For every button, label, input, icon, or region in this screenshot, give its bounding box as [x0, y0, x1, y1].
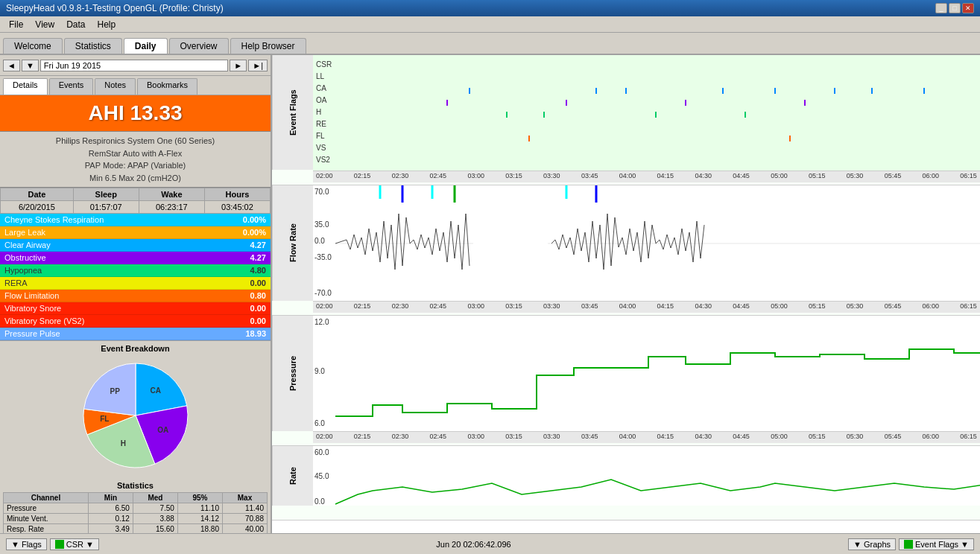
titlebar: SleepyHead v0.9.8-1-Testing OpenGL (Prof…	[0, 0, 980, 16]
event-name: Vibratory Snore	[0, 302, 162, 315]
right-panel: Event Flags CSR LL CA OA H RE FL VS VS2	[272, 55, 980, 554]
col-hours: Hours	[204, 188, 270, 201]
tab-daily[interactable]: Daily	[124, 38, 168, 54]
stats-title: Statistics	[3, 481, 268, 490]
svg-text:LL: LL	[316, 72, 325, 80]
svg-text:OA: OA	[316, 96, 327, 104]
stats-cell: 70.88	[222, 514, 267, 524]
nav-forward-button[interactable]: ►	[230, 60, 247, 71]
flags-label: ▼ Flags	[11, 540, 42, 549]
event-row: Clear Airway 4.27	[0, 239, 271, 252]
svg-text:-70.0: -70.0	[314, 289, 332, 297]
csr-label: CSR	[66, 540, 83, 549]
app-title: SleepyHead v0.9.8-1-Testing OpenGL (Prof…	[6, 3, 224, 13]
graphs-section: ▼ Graphs Event Flags ▼	[848, 538, 974, 550]
event-flags-dropdown-icon: ▼	[961, 540, 969, 549]
event-value: 4.80	[162, 264, 271, 277]
event-row: Large Leak 0.00%	[0, 226, 271, 239]
subtab-bookmarks[interactable]: Bookmarks	[137, 78, 197, 95]
event-name: Cheyne Stokes Respiration	[0, 214, 162, 226]
event-value: 0.80	[162, 290, 271, 302]
subtab-details[interactable]: Details	[3, 78, 48, 95]
svg-rect-33	[473, 240, 548, 247]
navigation-bar: ◄ ▼ ► ►|	[0, 55, 271, 76]
stats-cell: 11.10	[177, 503, 222, 514]
flags-button[interactable]: ▼ Flags	[6, 538, 47, 550]
event-name: Pressure Pulse	[0, 328, 162, 340]
svg-text:6.0: 6.0	[314, 419, 325, 427]
close-button[interactable]: ✕	[962, 3, 974, 13]
col-date: Date	[1, 188, 74, 201]
flags-section: ▼ Flags CSR ▼	[6, 538, 99, 550]
minimize-button[interactable]: _	[935, 3, 947, 13]
stats-cell: Pressure	[4, 503, 89, 514]
menu-help[interactable]: Help	[92, 18, 122, 31]
csr-button[interactable]: CSR ▼	[50, 538, 99, 550]
svg-text:VS: VS	[316, 144, 326, 152]
event-flags-button[interactable]: Event Flags ▼	[899, 538, 974, 550]
event-flags-svg: CSR LL CA OA H RE FL VS VS2	[313, 55, 980, 171]
menu-data[interactable]: Data	[60, 18, 91, 31]
svg-text:-35.0: -35.0	[314, 253, 332, 261]
flow-rate-chart: Flow Rate Duration 03:45:02 AHI 13.33 Fl…	[272, 185, 980, 316]
breakdown-section: Event Breakdown CAOAHFLPP	[0, 340, 271, 478]
svg-text:9.0: 9.0	[314, 367, 325, 375]
event-value: 4.27	[162, 252, 271, 264]
date-field[interactable]	[40, 60, 229, 71]
svg-text:CSR: CSR	[316, 60, 332, 69]
device-pressure: Min 6.5 Max 20 (cmH2O)	[3, 172, 268, 185]
event-flags-label: Event Flags	[272, 55, 313, 170]
stats-header-cell: Med	[133, 493, 177, 503]
tab-overview[interactable]: Overview	[169, 38, 229, 54]
tab-help-browser[interactable]: Help Browser	[230, 38, 306, 54]
tab-statistics[interactable]: Statistics	[64, 38, 122, 54]
device-name: Philips Respironics System One (60 Serie…	[3, 135, 268, 147]
nav-back-button[interactable]: ◄	[3, 60, 20, 71]
leak-rate-chart: Rate Leak Rate: 0.21 Total Leaks: 20.21 …	[272, 446, 980, 520]
menubar: File View Data Help	[0, 16, 980, 33]
statusbar: ▼ Flags CSR ▼ Jun 20 02:06:42.096 ▼ Grap…	[0, 533, 980, 554]
event-row: Cheyne Stokes Respiration 0.00%	[0, 214, 271, 226]
graphs-button[interactable]: ▼ Graphs	[848, 538, 896, 550]
pie-label: FL	[100, 415, 109, 423]
pie-chart: CAOAHFLPP	[54, 356, 218, 475]
event-value: 0.00%	[162, 226, 271, 239]
event-row: RERA 0.00	[0, 277, 271, 290]
subtabs: Details Events Notes Bookmarks	[0, 76, 271, 95]
stats-header-cell: Channel	[4, 493, 89, 503]
svg-text:0.0: 0.0	[314, 237, 325, 245]
col-wake: Wake	[139, 188, 204, 201]
event-flags-time-axis: 02:0002:1502:3002:45 03:0003:1503:3003:4…	[313, 171, 980, 182]
event-name: Large Leak	[0, 226, 162, 239]
maximize-button[interactable]: □	[949, 3, 961, 13]
csr-dropdown-icon: ▼	[86, 540, 94, 549]
sleep-date: 6/20/2015	[1, 201, 74, 214]
stats-cell: 3.88	[133, 514, 177, 524]
event-value: 0.00	[162, 277, 271, 290]
tab-welcome[interactable]: Welcome	[3, 38, 63, 54]
nav-dropdown-button[interactable]: ▼	[22, 60, 39, 71]
sleep-start: 01:57:07	[73, 201, 139, 214]
stats-cell: 0.12	[88, 514, 133, 524]
stats-header-cell: 95%	[177, 493, 222, 503]
ahi-section: AHI 13.33	[0, 95, 271, 132]
svg-text:70.0: 70.0	[314, 188, 329, 196]
event-name: RERA	[0, 277, 162, 290]
subtab-events[interactable]: Events	[49, 78, 94, 95]
menu-view[interactable]: View	[29, 18, 60, 31]
svg-text:60.0: 60.0	[314, 448, 329, 456]
event-flags-chart: Event Flags CSR LL CA OA H RE FL VS VS2	[272, 55, 980, 185]
event-flags-label: Event Flags	[915, 540, 958, 549]
event-name: Clear Airway	[0, 239, 162, 252]
pie-label: OA	[157, 426, 168, 434]
flow-rate-label: Flow Rate	[272, 185, 313, 301]
stats-cell: 7.50	[133, 503, 177, 514]
event-name: Hypopnea	[0, 264, 162, 277]
sleep-table: Date Sleep Wake Hours 6/20/2015 01:57:07…	[0, 188, 271, 214]
nav-end-button[interactable]: ►|	[248, 60, 268, 71]
col-sleep: Sleep	[73, 188, 139, 201]
menu-file[interactable]: File	[3, 18, 29, 31]
svg-text:H: H	[316, 108, 321, 116]
stats-row: Minute Vent.0.123.8814.1270.88	[4, 514, 268, 524]
subtab-notes[interactable]: Notes	[95, 78, 136, 95]
